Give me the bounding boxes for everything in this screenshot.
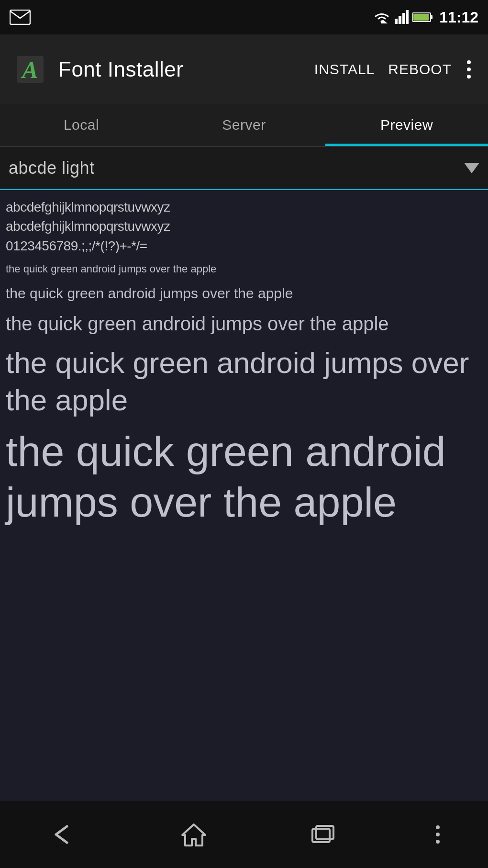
tab-preview[interactable]: Preview	[325, 104, 488, 146]
svg-marker-1	[381, 20, 388, 23]
preview-content: abcdefghijklmnopqrstuvwxyz abcdefghijklm…	[0, 190, 488, 801]
svg-rect-3	[399, 16, 401, 24]
svg-rect-8	[413, 14, 429, 21]
svg-text:A: A	[21, 56, 38, 83]
tab-server[interactable]: Server	[163, 104, 325, 146]
toolbar-buttons: INSTALL REBOOT	[312, 56, 475, 82]
toolbar: A Font Installer INSTALL REBOOT	[0, 34, 488, 104]
preview-text-input[interactable]	[9, 158, 464, 178]
install-button[interactable]: INSTALL	[312, 57, 377, 81]
overflow-menu-icon[interactable]	[463, 56, 475, 82]
tabs: Local Server Preview	[0, 104, 488, 147]
char-line-lowercase: abcdefghijklmnopqrstuvwxyz	[6, 218, 482, 235]
tab-local[interactable]: Local	[0, 104, 163, 146]
status-bar: 11:12	[0, 0, 488, 34]
char-line-numbers: 0123456789.;,;/*(!?)+-*/=	[6, 237, 482, 255]
preview-sentence-xs: the quick green android jumps over the a…	[6, 262, 482, 276]
wifi-icon	[373, 10, 390, 24]
status-bar-right: 11:12	[373, 9, 478, 26]
svg-rect-5	[406, 10, 409, 24]
back-button[interactable]	[41, 817, 89, 852]
svg-rect-7	[431, 15, 433, 19]
app-logo: A	[13, 53, 47, 86]
app-title: Font Installer	[58, 57, 301, 81]
svg-rect-2	[395, 19, 398, 24]
recents-button[interactable]	[299, 816, 347, 853]
dropdown-arrow-icon[interactable]	[464, 163, 479, 173]
preview-sentence-sm: the quick green android jumps over the a…	[6, 284, 482, 304]
svg-marker-11	[182, 824, 205, 845]
mail-icon	[10, 9, 31, 26]
search-bar	[0, 147, 488, 190]
svg-rect-0	[10, 10, 30, 24]
svg-rect-4	[402, 13, 405, 24]
home-button[interactable]	[170, 816, 218, 853]
status-time: 11:12	[439, 9, 478, 26]
nav-overflow-icon[interactable]	[428, 820, 447, 849]
char-line-uppercase: abcdefghijklmnopqrstuvwxyz	[6, 199, 482, 216]
bottom-nav	[0, 801, 488, 868]
battery-icon	[412, 11, 433, 23]
signal-icon	[394, 10, 409, 24]
status-icons	[373, 10, 433, 24]
preview-sentence-md: the quick green android jumps over the a…	[6, 311, 482, 337]
preview-sentence-lg: the quick green android jumps over the a…	[6, 344, 482, 418]
reboot-button[interactable]: REBOOT	[386, 57, 454, 81]
preview-sentence-xl: the quick green android jumps over the a…	[6, 426, 482, 527]
status-bar-left	[10, 9, 31, 26]
